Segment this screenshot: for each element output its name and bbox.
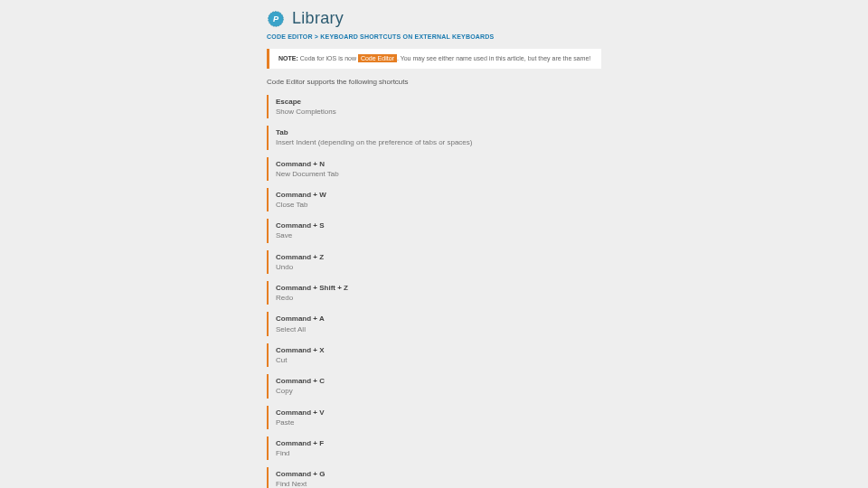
shortcut-description: Redo xyxy=(276,293,601,303)
intro-text: Code Editor supports the following short… xyxy=(267,78,601,86)
note-text-before: Coda for iOS is now xyxy=(298,55,358,61)
shortcut-description: Select All xyxy=(276,324,601,334)
breadcrumb-link-code-editor[interactable]: CODE EDITOR xyxy=(267,33,313,40)
note-label: NOTE: xyxy=(278,55,298,61)
shortcut-keys: Tab xyxy=(276,127,601,137)
shortcut-keys: Escape xyxy=(276,97,601,107)
svg-text:P: P xyxy=(273,14,279,23)
shortcut-description: Insert Indent (depending on the preferen… xyxy=(276,137,601,147)
shortcut-item: Command + WClose Tab xyxy=(267,188,601,211)
page-title: Library xyxy=(292,9,344,28)
breadcrumb-link-keyboard-shortcuts[interactable]: KEYBOARD SHORTCUTS ON EXTERNAL KEYBOARDS xyxy=(320,33,494,40)
shortcut-item: Command + SSave xyxy=(267,219,601,242)
shortcut-keys: Command + Shift + Z xyxy=(276,283,601,293)
shortcut-item: Command + XCut xyxy=(267,343,601,367)
shortcut-keys: Command + N xyxy=(276,159,601,169)
shortcut-item: Command + Shift + ZRedo xyxy=(267,281,601,305)
shortcut-keys: Command + X xyxy=(276,345,601,355)
shortcut-item: Command + NNew Document Tab xyxy=(267,157,601,181)
note-text-after: . You may see either name used in this a… xyxy=(397,55,590,61)
shortcut-item: TabInsert Indent (depending on the prefe… xyxy=(267,126,601,149)
note-box: NOTE: Coda for iOS is now Code Editor. Y… xyxy=(267,49,601,69)
logo-icon: P xyxy=(267,10,285,28)
shortcut-item: Command + VPaste xyxy=(267,406,601,429)
note-highlight: Code Editor xyxy=(358,54,397,62)
page: P Library CODE EDITOR > KEYBOARD SHORTCU… xyxy=(267,0,601,488)
shortcut-description: Undo xyxy=(276,262,601,272)
shortcut-item: Command + ZUndo xyxy=(267,250,601,274)
shortcut-keys: Command + A xyxy=(276,314,601,324)
shortcut-keys: Command + G xyxy=(276,469,601,479)
shortcut-keys: Command + F xyxy=(276,438,601,448)
shortcut-description: Find Next xyxy=(276,479,601,488)
shortcut-keys: Command + V xyxy=(276,408,601,418)
shortcut-keys: Command + Z xyxy=(276,252,601,262)
shortcut-description: Save xyxy=(276,230,601,240)
shortcut-description: Find xyxy=(276,448,601,458)
shortcut-description: Close Tab xyxy=(276,200,601,210)
shortcut-item: EscapeShow Completions xyxy=(267,95,601,118)
shortcut-item: Command + CCopy xyxy=(267,374,601,398)
shortcut-description: Copy xyxy=(276,386,601,396)
shortcut-keys: Command + W xyxy=(276,190,601,200)
shortcut-item: Command + ASelect All xyxy=(267,312,601,335)
shortcut-description: New Document Tab xyxy=(276,169,601,179)
shortcut-description: Show Completions xyxy=(276,107,601,117)
shortcut-keys: Command + C xyxy=(276,376,601,386)
shortcut-description: Paste xyxy=(276,418,601,427)
shortcuts-list: EscapeShow CompletionsTabInsert Indent (… xyxy=(267,95,601,488)
header: P Library xyxy=(267,9,601,28)
shortcut-item: Command + FFind xyxy=(267,436,601,460)
breadcrumb-separator: > xyxy=(313,33,321,40)
shortcut-keys: Command + S xyxy=(276,221,601,230)
shortcut-item: Command + GFind Next xyxy=(267,467,601,488)
shortcut-description: Cut xyxy=(276,355,601,365)
breadcrumb: CODE EDITOR > KEYBOARD SHORTCUTS ON EXTE… xyxy=(267,33,601,40)
